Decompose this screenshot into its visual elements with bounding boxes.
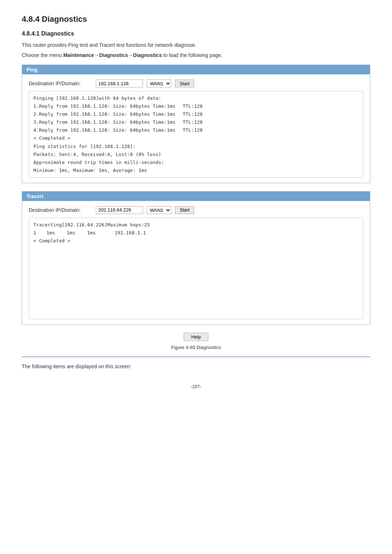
page-number: -107- [22, 384, 370, 389]
tracert-destination-label: Destination IP/Domain: [29, 207, 92, 213]
ping-field-row: Destination IP/Domain: WAN1 Start [29, 79, 363, 87]
tracert-output-line3: < Completed > [33, 237, 359, 245]
tracert-panel: Tracert Destination IP/Domain: WAN1 Star… [22, 191, 370, 325]
ping-output-line5-right: TTL:128 [183, 126, 203, 134]
tracert-hop: 1 [33, 229, 41, 237]
tracert-ms1: 1ms [46, 229, 61, 237]
tracert-ms2: 1ms [67, 229, 81, 237]
tracert-ms3: 1ms [87, 229, 109, 237]
ping-output-line3-right: TTL:128 [183, 110, 203, 118]
ping-destination-input[interactable] [96, 79, 143, 87]
ping-output-line2-right: TTL:128 [183, 102, 203, 110]
ping-destination-label: Destination IP/Domain: [29, 81, 92, 86]
ping-output-line8: Packets: Sent:4, Received:4, Lost:0 (0% … [33, 151, 359, 159]
ping-output-line5-row: 4.Reply from 192.168.1.128: Size: 64byte… [33, 126, 359, 134]
ping-output-line4-right: TTL:128 [183, 118, 203, 126]
help-row: Help [22, 333, 370, 341]
ping-wan-select[interactable]: WAN1 [147, 79, 171, 87]
menu-prefix: Choose the menu [22, 52, 63, 58]
ping-output-line1: Pinging [192.168.1.128]with 64 bytes of … [33, 94, 359, 102]
ping-output-line2-row: 1.Reply from 192.168.1.128: Size: 64byte… [33, 102, 359, 110]
tracert-output-box: Tracerting[202.116.64.226]Maximum hops:2… [29, 218, 363, 319]
ping-output-line6: < Completed > [33, 134, 359, 142]
ping-output-box: Pinging [192.168.1.128]with 64 bytes of … [29, 91, 363, 178]
tracert-destination-input[interactable] [96, 206, 143, 214]
ping-output-line4-row: 3.Reply from 192.168.1.128: Size: 64byte… [33, 118, 359, 126]
tracert-output-line2-row: 1 1ms 1ms 1ms 192.168.1.1 [33, 229, 359, 237]
ping-panel: Ping Destination IP/Domain: WAN1 Start P… [22, 65, 370, 183]
tracert-panel-body: Destination IP/Domain: WAN1 Start Tracer… [22, 201, 370, 324]
ping-output-line5-left: 4.Reply from 192.168.1.128: Size: 64byte… [33, 126, 175, 134]
ping-output-line7: Ping statistics for [192.168.1.128]: [33, 143, 359, 151]
tracert-start-button[interactable]: Start [175, 206, 194, 214]
ping-output-line2-left: 1.Reply from 192.168.1.128: Size: 64byte… [33, 102, 175, 110]
menu-bold: Maintenance→Diagnostics→Diagnostics [63, 52, 162, 58]
section-title: 4.8.4 Diagnostics [22, 15, 370, 24]
tracert-output-line1: Tracerting[202.116.64.226]Maximum hops:2… [33, 221, 359, 229]
subsection-title: 4.8.4.1 Diagnostics [22, 30, 370, 37]
ping-output-line10: Minimum: 1ms, Maximum: 1ms, Average: 1ms [33, 167, 359, 175]
tracert-wan-select[interactable]: WAN1 [147, 206, 171, 214]
ping-output-line4-left: 3.Reply from 192.168.1.128: Size: 64byte… [33, 118, 175, 126]
ping-start-button[interactable]: Start [175, 79, 194, 87]
tracert-field-row: Destination IP/Domain: WAN1 Start [29, 206, 363, 214]
ping-output-line9: Approximate round trip times in milli-se… [33, 159, 359, 167]
tracert-ip: 192.168.1.1 [115, 229, 146, 237]
ping-panel-header: Ping [22, 65, 370, 74]
footer-text: The following items are displayed on thi… [22, 364, 370, 369]
menu-suffix: to load the following page. [162, 52, 222, 58]
help-button[interactable]: Help [184, 333, 209, 341]
intro-text: This router provides Ping test and Trace… [22, 42, 370, 48]
section-divider [22, 357, 370, 357]
ping-output-line3-row: 2.Reply from 192.168.1.128: Size: 64byte… [33, 110, 359, 118]
figure-caption: Figure 4-69 Diagnostics [22, 345, 370, 350]
menu-instruction: Choose the menu Maintenance→Diagnostics→… [22, 52, 370, 58]
ping-output-line3-left: 2.Reply from 192.168.1.128: Size: 64byte… [33, 110, 175, 118]
tracert-panel-header: Tracert [22, 192, 370, 201]
ping-panel-body: Destination IP/Domain: WAN1 Start Pingin… [22, 74, 370, 183]
